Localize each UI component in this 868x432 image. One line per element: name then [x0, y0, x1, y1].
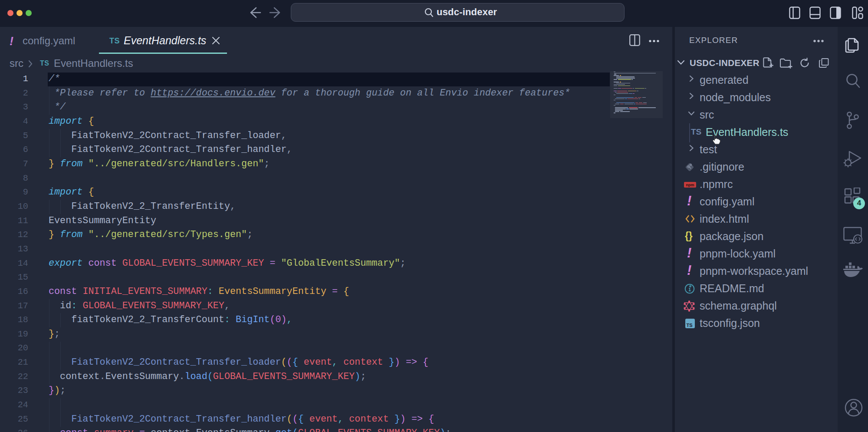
svg-text:TS: TS [686, 323, 692, 328]
svg-text:npm: npm [686, 183, 694, 187]
